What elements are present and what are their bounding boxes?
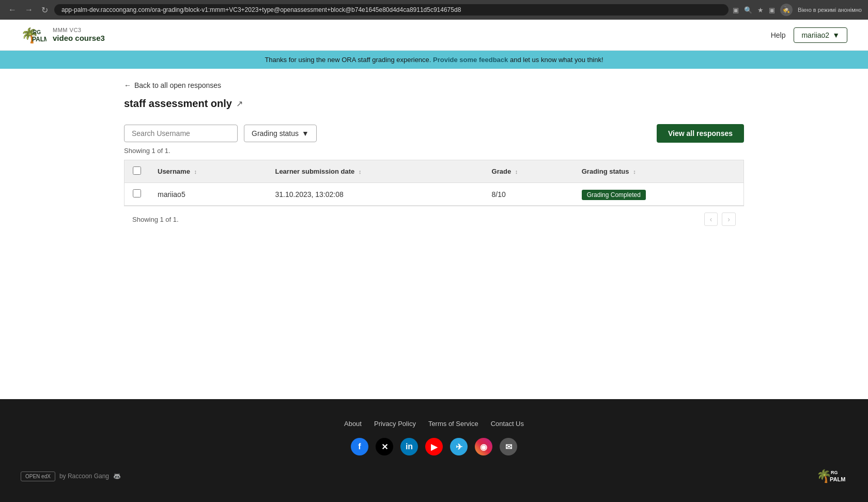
view-all-responses-button[interactable]: View all responses bbox=[657, 124, 744, 143]
by-raccoon-gang-label: by Raccoon Gang bbox=[59, 473, 109, 480]
dropdown-chevron-icon: ▼ bbox=[832, 31, 840, 39]
prev-page-button[interactable]: ‹ bbox=[704, 212, 718, 226]
username-sort-icon[interactable]: ↕ bbox=[194, 169, 197, 175]
submission-date-cell: 31.10.2023, 13:02:08 bbox=[267, 183, 483, 206]
banner-text-before: Thanks for using the new ORA staff gradi… bbox=[265, 56, 431, 64]
submission-date-sort-icon[interactable]: ↕ bbox=[359, 169, 362, 175]
footer-social: f ✕ in ▶ ✈ ◉ ✉ bbox=[21, 438, 847, 455]
footer-contact-link[interactable]: Contact Us bbox=[491, 420, 524, 428]
table-header: Username ↕ Learner submission date ↕ Gra… bbox=[125, 160, 744, 183]
back-link[interactable]: ← Back to all open responses bbox=[124, 81, 744, 89]
svg-text:RG: RG bbox=[831, 470, 838, 475]
anon-label: Вікно в режимі анонімно bbox=[798, 7, 862, 13]
forward-button[interactable]: → bbox=[23, 4, 35, 16]
svg-text:PALM: PALM bbox=[32, 36, 47, 43]
external-link-icon: ↗︎ bbox=[236, 99, 243, 109]
search-username-input[interactable] bbox=[124, 125, 238, 142]
status-badge: Grading Completed bbox=[582, 190, 646, 200]
back-link-label: Back to all open responses bbox=[134, 81, 221, 89]
controls-row: Grading status ▼ View all responses bbox=[124, 124, 744, 143]
username-col-header: Username ↕ bbox=[149, 160, 267, 183]
openedx-badge: OPEN edX bbox=[21, 471, 55, 481]
showing-label-bottom: Showing 1 of 1. bbox=[132, 216, 179, 223]
grade-sort-icon[interactable]: ↕ bbox=[515, 169, 518, 175]
main-content: ← Back to all open responses staff asses… bbox=[103, 69, 765, 399]
back-button[interactable]: ← bbox=[6, 4, 19, 16]
table-header-row: Username ↕ Learner submission date ↕ Gra… bbox=[125, 160, 744, 183]
footer-palm-logo: 🌴 RG PALM bbox=[816, 466, 847, 486]
row-select-checkbox[interactable] bbox=[133, 189, 141, 197]
raccoon-icon: 🦝 bbox=[113, 473, 121, 480]
info-banner: Thanks for using the new ORA staff gradi… bbox=[0, 51, 868, 69]
back-arrow-icon: ← bbox=[124, 81, 131, 89]
user-menu-button[interactable]: mariiao2 ▼ bbox=[794, 27, 847, 43]
submission-date-col-header: Learner submission date ↕ bbox=[267, 160, 483, 183]
instagram-icon[interactable]: ◉ bbox=[475, 438, 492, 455]
footer-logo-right: 🌴 RG PALM bbox=[816, 466, 847, 486]
url-bar[interactable] bbox=[54, 4, 729, 16]
user-label: mariiao2 bbox=[801, 31, 829, 39]
capture-icon[interactable]: ▣ bbox=[733, 6, 739, 14]
course-info: mmm VC3 video course3 bbox=[53, 27, 105, 43]
table-footer: Showing 1 of 1. ‹ › bbox=[124, 206, 744, 232]
svg-text:RG: RG bbox=[33, 29, 41, 35]
select-all-checkbox[interactable] bbox=[133, 166, 141, 175]
openedx-label: OPEN edX bbox=[25, 474, 51, 479]
banner-text-after: and let us know what you think! bbox=[510, 56, 603, 64]
page-title-area: staff assessment only ↗︎ bbox=[124, 98, 744, 110]
footer-nav: About Privacy Policy Terms of Service Co… bbox=[21, 420, 847, 428]
footer-privacy-link[interactable]: Privacy Policy bbox=[374, 420, 416, 428]
svg-text:PALM: PALM bbox=[830, 476, 845, 482]
browser-actions: ▣ 🔍 ★ ▣ 🕵 Вікно в режимі анонімно bbox=[733, 4, 862, 16]
page-title: staff assessment only bbox=[124, 98, 232, 110]
window-icon[interactable]: ▣ bbox=[769, 6, 775, 14]
grade-cell: 8/10 bbox=[484, 183, 574, 206]
browser-chrome: ← → ↻ ▣ 🔍 ★ ▣ 🕵 Вікно в режимі анонімно bbox=[0, 0, 868, 20]
grading-status-dropdown[interactable]: Grading status ▼ bbox=[244, 125, 317, 142]
feedback-link[interactable]: Provide some feedback bbox=[433, 56, 508, 64]
filter-chevron-icon: ▼ bbox=[302, 129, 309, 138]
site-footer: About Privacy Policy Terms of Service Co… bbox=[0, 399, 868, 502]
linkedin-icon[interactable]: in bbox=[400, 438, 418, 455]
x-twitter-icon[interactable]: ✕ bbox=[376, 438, 393, 455]
search-icon[interactable]: 🔍 bbox=[744, 6, 752, 14]
bookmark-icon[interactable]: ★ bbox=[757, 6, 764, 14]
select-all-col bbox=[125, 160, 150, 183]
help-link[interactable]: Help bbox=[771, 31, 786, 39]
row-checkbox-cell bbox=[125, 183, 150, 206]
facebook-icon[interactable]: f bbox=[351, 438, 368, 455]
footer-brand-left: OPEN edX by Raccoon Gang 🦝 bbox=[21, 471, 121, 481]
grade-col-header: Grade ↕ bbox=[484, 160, 574, 183]
telegram-icon[interactable]: ✈ bbox=[450, 438, 468, 455]
next-page-button[interactable]: › bbox=[722, 212, 736, 226]
site-header: 🌴 RG PALM mmm VC3 video course3 Help mar… bbox=[0, 20, 868, 51]
showing-label-top: Showing 1 of 1. bbox=[124, 147, 744, 155]
header-right: Help mariiao2 ▼ bbox=[771, 27, 847, 43]
course-title: video course3 bbox=[53, 34, 105, 43]
filter-label: Grading status bbox=[252, 129, 299, 138]
reload-button[interactable]: ↻ bbox=[39, 4, 50, 16]
incognito-icon: 🕵 bbox=[780, 4, 793, 16]
pagination-buttons: ‹ › bbox=[704, 212, 736, 226]
logo-area: 🌴 RG PALM mmm VC3 video course3 bbox=[21, 25, 105, 45]
username-cell: mariiao5 bbox=[149, 183, 267, 206]
footer-bottom: OPEN edX by Raccoon Gang 🦝 🌴 RG PALM bbox=[21, 466, 847, 486]
grading-status-cell: Grading Completed bbox=[574, 183, 744, 206]
footer-about-link[interactable]: About bbox=[344, 420, 362, 428]
grading-status-col-header: Grading status ↕ bbox=[574, 160, 744, 183]
grading-status-sort-icon[interactable]: ↕ bbox=[633, 169, 636, 175]
table-row: mariiao5 31.10.2023, 13:02:08 8/10 Gradi… bbox=[125, 183, 744, 206]
email-icon[interactable]: ✉ bbox=[500, 438, 517, 455]
youtube-icon[interactable]: ▶ bbox=[425, 438, 443, 455]
footer-terms-link[interactable]: Terms of Service bbox=[428, 420, 478, 428]
course-subtitle: mmm VC3 bbox=[53, 27, 105, 34]
palm-logo-icon: 🌴 RG PALM bbox=[21, 25, 47, 45]
responses-table: Username ↕ Learner submission date ↕ Gra… bbox=[124, 160, 744, 206]
table-body: mariiao5 31.10.2023, 13:02:08 8/10 Gradi… bbox=[125, 183, 744, 206]
